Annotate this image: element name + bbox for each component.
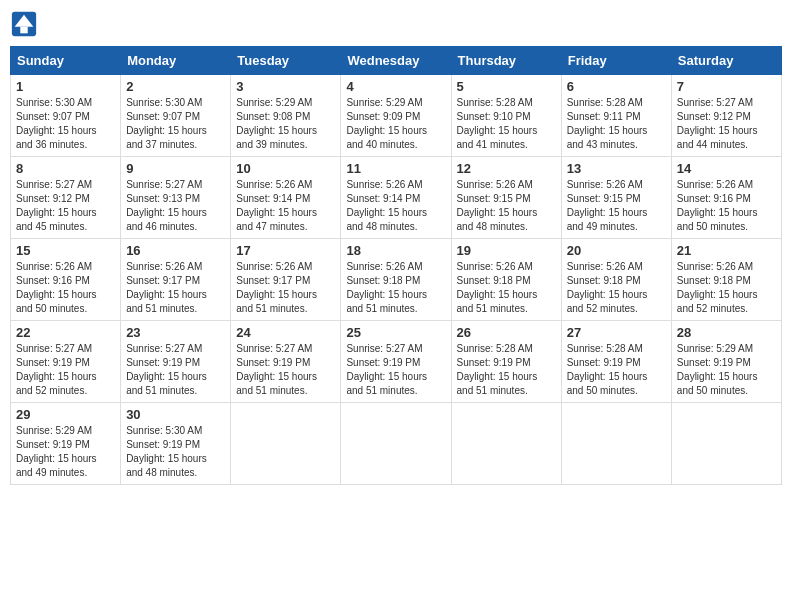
day-number: 21: [677, 243, 776, 258]
cell-details: Sunrise: 5:30 AM Sunset: 9:07 PM Dayligh…: [16, 96, 115, 152]
calendar-table: SundayMondayTuesdayWednesdayThursdayFrid…: [10, 46, 782, 485]
day-number: 13: [567, 161, 666, 176]
cell-details: Sunrise: 5:26 AM Sunset: 9:15 PM Dayligh…: [567, 178, 666, 234]
day-number: 14: [677, 161, 776, 176]
day-number: 15: [16, 243, 115, 258]
day-number: 23: [126, 325, 225, 340]
cell-details: Sunrise: 5:26 AM Sunset: 9:17 PM Dayligh…: [236, 260, 335, 316]
day-number: 16: [126, 243, 225, 258]
cell-details: Sunrise: 5:29 AM Sunset: 9:19 PM Dayligh…: [16, 424, 115, 480]
cell-details: Sunrise: 5:30 AM Sunset: 9:19 PM Dayligh…: [126, 424, 225, 480]
calendar-cell: 4Sunrise: 5:29 AM Sunset: 9:09 PM Daylig…: [341, 75, 451, 157]
day-number: 3: [236, 79, 335, 94]
svg-rect-2: [20, 27, 27, 34]
calendar-week-row: 8Sunrise: 5:27 AM Sunset: 9:12 PM Daylig…: [11, 157, 782, 239]
day-number: 5: [457, 79, 556, 94]
cell-details: Sunrise: 5:29 AM Sunset: 9:08 PM Dayligh…: [236, 96, 335, 152]
calendar-day-header: Saturday: [671, 47, 781, 75]
calendar-cell: [341, 403, 451, 485]
day-number: 20: [567, 243, 666, 258]
calendar-cell: 10Sunrise: 5:26 AM Sunset: 9:14 PM Dayli…: [231, 157, 341, 239]
day-number: 22: [16, 325, 115, 340]
cell-details: Sunrise: 5:26 AM Sunset: 9:16 PM Dayligh…: [677, 178, 776, 234]
calendar-cell: 23Sunrise: 5:27 AM Sunset: 9:19 PM Dayli…: [121, 321, 231, 403]
cell-details: Sunrise: 5:27 AM Sunset: 9:12 PM Dayligh…: [677, 96, 776, 152]
day-number: 27: [567, 325, 666, 340]
day-number: 30: [126, 407, 225, 422]
calendar-cell: 19Sunrise: 5:26 AM Sunset: 9:18 PM Dayli…: [451, 239, 561, 321]
cell-details: Sunrise: 5:30 AM Sunset: 9:07 PM Dayligh…: [126, 96, 225, 152]
day-number: 24: [236, 325, 335, 340]
calendar-cell: 21Sunrise: 5:26 AM Sunset: 9:18 PM Dayli…: [671, 239, 781, 321]
cell-details: Sunrise: 5:28 AM Sunset: 9:10 PM Dayligh…: [457, 96, 556, 152]
calendar-cell: [671, 403, 781, 485]
calendar-cell: 26Sunrise: 5:28 AM Sunset: 9:19 PM Dayli…: [451, 321, 561, 403]
cell-details: Sunrise: 5:26 AM Sunset: 9:18 PM Dayligh…: [346, 260, 445, 316]
cell-details: Sunrise: 5:26 AM Sunset: 9:14 PM Dayligh…: [236, 178, 335, 234]
calendar-cell: [451, 403, 561, 485]
calendar-cell: 8Sunrise: 5:27 AM Sunset: 9:12 PM Daylig…: [11, 157, 121, 239]
calendar-cell: 14Sunrise: 5:26 AM Sunset: 9:16 PM Dayli…: [671, 157, 781, 239]
logo-icon: [10, 10, 38, 38]
calendar-cell: 1Sunrise: 5:30 AM Sunset: 9:07 PM Daylig…: [11, 75, 121, 157]
cell-details: Sunrise: 5:27 AM Sunset: 9:19 PM Dayligh…: [126, 342, 225, 398]
cell-details: Sunrise: 5:27 AM Sunset: 9:19 PM Dayligh…: [16, 342, 115, 398]
logo: [10, 10, 42, 38]
calendar-cell: [231, 403, 341, 485]
calendar-day-header: Wednesday: [341, 47, 451, 75]
calendar-cell: 20Sunrise: 5:26 AM Sunset: 9:18 PM Dayli…: [561, 239, 671, 321]
calendar-cell: 3Sunrise: 5:29 AM Sunset: 9:08 PM Daylig…: [231, 75, 341, 157]
calendar-cell: 11Sunrise: 5:26 AM Sunset: 9:14 PM Dayli…: [341, 157, 451, 239]
cell-details: Sunrise: 5:26 AM Sunset: 9:18 PM Dayligh…: [457, 260, 556, 316]
calendar-day-header: Sunday: [11, 47, 121, 75]
calendar-cell: 2Sunrise: 5:30 AM Sunset: 9:07 PM Daylig…: [121, 75, 231, 157]
calendar-day-header: Monday: [121, 47, 231, 75]
calendar-cell: [561, 403, 671, 485]
calendar-cell: 9Sunrise: 5:27 AM Sunset: 9:13 PM Daylig…: [121, 157, 231, 239]
cell-details: Sunrise: 5:26 AM Sunset: 9:16 PM Dayligh…: [16, 260, 115, 316]
day-number: 25: [346, 325, 445, 340]
cell-details: Sunrise: 5:29 AM Sunset: 9:19 PM Dayligh…: [677, 342, 776, 398]
cell-details: Sunrise: 5:27 AM Sunset: 9:12 PM Dayligh…: [16, 178, 115, 234]
day-number: 26: [457, 325, 556, 340]
day-number: 4: [346, 79, 445, 94]
day-number: 11: [346, 161, 445, 176]
day-number: 2: [126, 79, 225, 94]
day-number: 29: [16, 407, 115, 422]
cell-details: Sunrise: 5:26 AM Sunset: 9:18 PM Dayligh…: [567, 260, 666, 316]
cell-details: Sunrise: 5:26 AM Sunset: 9:14 PM Dayligh…: [346, 178, 445, 234]
calendar-cell: 29Sunrise: 5:29 AM Sunset: 9:19 PM Dayli…: [11, 403, 121, 485]
calendar-cell: 5Sunrise: 5:28 AM Sunset: 9:10 PM Daylig…: [451, 75, 561, 157]
day-number: 19: [457, 243, 556, 258]
calendar-day-header: Thursday: [451, 47, 561, 75]
calendar-day-header: Friday: [561, 47, 671, 75]
day-number: 8: [16, 161, 115, 176]
calendar-week-row: 29Sunrise: 5:29 AM Sunset: 9:19 PM Dayli…: [11, 403, 782, 485]
day-number: 9: [126, 161, 225, 176]
calendar-cell: 25Sunrise: 5:27 AM Sunset: 9:19 PM Dayli…: [341, 321, 451, 403]
cell-details: Sunrise: 5:26 AM Sunset: 9:17 PM Dayligh…: [126, 260, 225, 316]
day-number: 28: [677, 325, 776, 340]
cell-details: Sunrise: 5:28 AM Sunset: 9:19 PM Dayligh…: [567, 342, 666, 398]
calendar-cell: 12Sunrise: 5:26 AM Sunset: 9:15 PM Dayli…: [451, 157, 561, 239]
day-number: 1: [16, 79, 115, 94]
day-number: 18: [346, 243, 445, 258]
calendar-week-row: 22Sunrise: 5:27 AM Sunset: 9:19 PM Dayli…: [11, 321, 782, 403]
cell-details: Sunrise: 5:27 AM Sunset: 9:19 PM Dayligh…: [236, 342, 335, 398]
day-number: 7: [677, 79, 776, 94]
cell-details: Sunrise: 5:26 AM Sunset: 9:18 PM Dayligh…: [677, 260, 776, 316]
day-number: 10: [236, 161, 335, 176]
calendar-cell: 17Sunrise: 5:26 AM Sunset: 9:17 PM Dayli…: [231, 239, 341, 321]
day-number: 17: [236, 243, 335, 258]
calendar-cell: 16Sunrise: 5:26 AM Sunset: 9:17 PM Dayli…: [121, 239, 231, 321]
calendar-cell: 6Sunrise: 5:28 AM Sunset: 9:11 PM Daylig…: [561, 75, 671, 157]
day-number: 12: [457, 161, 556, 176]
calendar-cell: 15Sunrise: 5:26 AM Sunset: 9:16 PM Dayli…: [11, 239, 121, 321]
calendar-cell: 22Sunrise: 5:27 AM Sunset: 9:19 PM Dayli…: [11, 321, 121, 403]
page-header: [10, 10, 782, 38]
cell-details: Sunrise: 5:29 AM Sunset: 9:09 PM Dayligh…: [346, 96, 445, 152]
calendar-day-header: Tuesday: [231, 47, 341, 75]
calendar-cell: 27Sunrise: 5:28 AM Sunset: 9:19 PM Dayli…: [561, 321, 671, 403]
day-number: 6: [567, 79, 666, 94]
calendar-cell: 30Sunrise: 5:30 AM Sunset: 9:19 PM Dayli…: [121, 403, 231, 485]
